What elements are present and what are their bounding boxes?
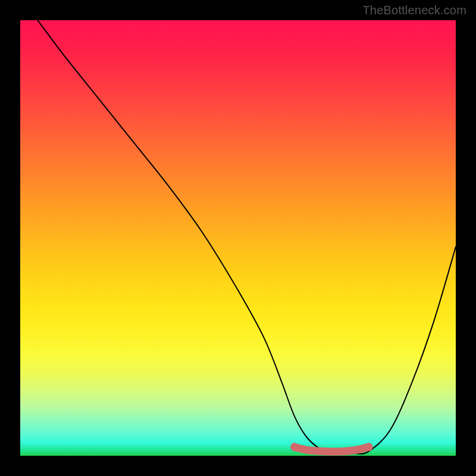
optimal-range-end-dot: [365, 443, 373, 451]
chart-svg: [20, 20, 456, 456]
optimal-range-start-dot: [290, 443, 299, 451]
watermark-text: TheBottleneck.com: [362, 4, 466, 17]
chart-plot-area: [20, 20, 456, 456]
optimal-range-segment: [295, 447, 368, 452]
bottleneck-curve-line: [37, 20, 456, 454]
